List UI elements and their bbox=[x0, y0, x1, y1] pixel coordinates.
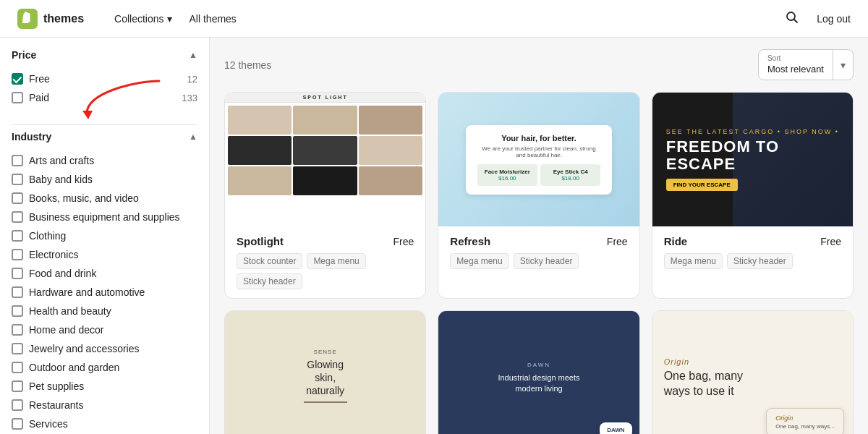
industry-arts-crafts-label: Arts and crafts bbox=[29, 155, 94, 166]
top-nav: Collections ▾ All themes bbox=[107, 9, 244, 29]
industry-food-drink-checkbox[interactable] bbox=[12, 268, 23, 279]
chevron-down-icon: ▾ bbox=[167, 13, 172, 25]
free-filter-row[interactable]: Free 12 bbox=[12, 69, 197, 88]
theme-price-spotlight: Free bbox=[393, 236, 414, 247]
theme-tags-refresh: Mega menuSticky header bbox=[450, 253, 627, 269]
industry-health-beauty-checkbox[interactable] bbox=[12, 305, 23, 317]
page-layout: Price ▲ Free 12 Paid 133 I bbox=[0, 38, 868, 434]
industry-jewelry-checkbox[interactable] bbox=[12, 343, 23, 354]
industry-pet-supplies-row[interactable]: Pet supplies bbox=[12, 377, 197, 396]
industry-food-drink-label: Food and drink bbox=[29, 268, 96, 279]
theme-card-body-spotlight: Spotlight Free Stock counterMega menuSti… bbox=[225, 226, 425, 298]
industry-services-checkbox[interactable] bbox=[12, 418, 23, 430]
industry-section-title: Industry bbox=[12, 131, 51, 142]
industry-business-equipment-row[interactable]: Business equipment and supplies bbox=[12, 208, 197, 226]
industry-jewelry-row[interactable]: Jewelry and accessories bbox=[12, 339, 197, 358]
theme-card-body-refresh: Refresh Free Mega menuSticky header bbox=[438, 226, 639, 278]
theme-card-sense[interactable]: SENSE Glowingskin,naturally Sense Free M… bbox=[224, 310, 426, 434]
price-chevron-icon: ▲ bbox=[189, 50, 197, 60]
theme-preview-origin: Origin One bag, manyways to use it Origi… bbox=[652, 311, 853, 434]
theme-card-refresh[interactable]: Your hair, for better. We are your trust… bbox=[438, 92, 639, 299]
industry-clothing-checkbox[interactable] bbox=[12, 230, 23, 242]
industry-arts-crafts-checkbox[interactable] bbox=[12, 155, 23, 166]
brand-name: themes bbox=[43, 12, 84, 25]
industry-books-music-video-checkbox[interactable] bbox=[12, 192, 23, 204]
industry-home-decor-row[interactable]: Home and decor bbox=[12, 320, 197, 339]
price-section-title: Price bbox=[12, 49, 36, 61]
svg-line-2 bbox=[794, 19, 798, 22]
sort-chevron-icon[interactable]: ▾ bbox=[833, 55, 853, 75]
industry-books-music-video-row[interactable]: Books, music, and video bbox=[12, 189, 197, 208]
industry-restaurants-label: Restaurants bbox=[29, 399, 83, 411]
industry-hardware-auto-row[interactable]: Hardware and automotive bbox=[12, 283, 197, 302]
theme-preview-spotlight: SPOT LIGHT bbox=[225, 93, 425, 226]
industry-electronics-checkbox[interactable] bbox=[12, 249, 23, 260]
industry-section-header[interactable]: Industry ▲ bbox=[12, 131, 197, 142]
industry-health-beauty-label: Health and beauty bbox=[29, 305, 111, 317]
industry-hardware-auto-checkbox[interactable] bbox=[12, 286, 23, 298]
industry-arts-crafts-row[interactable]: Arts and crafts bbox=[12, 151, 197, 170]
paid-filter-row[interactable]: Paid 133 bbox=[12, 88, 197, 107]
industry-outdoor-garden-row[interactable]: Outdoor and garden bbox=[12, 358, 197, 377]
free-checkbox[interactable] bbox=[12, 73, 23, 85]
theme-tag: Sticky header bbox=[237, 273, 302, 289]
industry-pet-supplies-checkbox[interactable] bbox=[12, 380, 23, 392]
all-themes-nav[interactable]: All themes bbox=[182, 9, 244, 29]
price-filter-section: Price ▲ Free 12 Paid 133 bbox=[0, 49, 209, 119]
paid-checkbox[interactable] bbox=[12, 92, 23, 103]
theme-preview-sense: SENSE Glowingskin,naturally bbox=[225, 311, 425, 434]
theme-tags-ride: Mega menuSticky header bbox=[664, 253, 841, 269]
sort-container[interactable]: Sort Most relevant ▾ bbox=[758, 49, 854, 80]
industry-outdoor-garden-checkbox[interactable] bbox=[12, 362, 23, 373]
sidebar: Price ▲ Free 12 Paid 133 I bbox=[0, 38, 210, 434]
theme-price-refresh: Free bbox=[607, 236, 628, 247]
industry-jewelry-label: Jewelry and accessories bbox=[29, 343, 140, 354]
paid-label: Paid bbox=[29, 92, 49, 103]
industry-books-music-video-label: Books, music, and video bbox=[29, 192, 139, 204]
theme-price-ride: Free bbox=[820, 236, 841, 247]
industry-pet-supplies-label: Pet supplies bbox=[29, 380, 84, 392]
industry-services-label: Services bbox=[29, 418, 68, 430]
theme-preview-dawn: DAWN Industrial design meetsmodern livin… bbox=[438, 311, 639, 434]
industry-food-drink-row[interactable]: Food and drink bbox=[12, 264, 197, 283]
theme-card-origin[interactable]: Origin One bag, manyways to use it Origi… bbox=[652, 310, 854, 434]
logout-button[interactable]: Log out bbox=[817, 13, 851, 25]
industry-clothing-label: Clothing bbox=[29, 230, 66, 242]
free-label: Free bbox=[29, 73, 50, 85]
theme-tag: Stock counter bbox=[237, 253, 302, 269]
industry-electronics-row[interactable]: Electronics bbox=[12, 245, 197, 264]
theme-tag: Sticky header bbox=[514, 253, 579, 269]
shopify-icon bbox=[17, 9, 38, 29]
theme-preview-ride: SEE THE LATEST CARGO • SHOP NOW • FREEDO… bbox=[652, 93, 853, 226]
sort-value: Most relevant bbox=[767, 64, 824, 75]
theme-tag: Mega menu bbox=[450, 253, 509, 269]
search-icon[interactable] bbox=[782, 7, 802, 30]
industry-business-equipment-checkbox[interactable] bbox=[12, 211, 23, 223]
industry-checkboxes-container: Arts and crafts Baby and kids Books, mus… bbox=[12, 151, 197, 434]
theme-card-dawn[interactable]: DAWN Industrial design meetsmodern livin… bbox=[438, 310, 639, 434]
brand-logo[interactable]: themes bbox=[17, 9, 84, 29]
industry-home-decor-label: Home and decor bbox=[29, 324, 104, 336]
industry-outdoor-garden-label: Outdoor and garden bbox=[29, 362, 119, 373]
theme-card-body-ride: Ride Free Mega menuSticky header bbox=[652, 226, 853, 278]
theme-tag: Sticky header bbox=[727, 253, 793, 269]
theme-preview-refresh: Your hair, for better. We are your trust… bbox=[438, 93, 639, 226]
collections-nav[interactable]: Collections ▾ bbox=[107, 9, 179, 29]
industry-home-decor-checkbox[interactable] bbox=[12, 324, 23, 336]
industry-services-row[interactable]: Services bbox=[12, 414, 197, 433]
theme-name-refresh: Refresh bbox=[450, 235, 490, 247]
price-industry-divider bbox=[12, 124, 197, 125]
theme-card-ride[interactable]: SEE THE LATEST CARGO • SHOP NOW • FREEDO… bbox=[652, 92, 854, 299]
free-count: 12 bbox=[187, 74, 197, 85]
price-section-header[interactable]: Price ▲ bbox=[12, 49, 197, 61]
main-header: themes Collections ▾ All themes Log out bbox=[0, 0, 868, 38]
industry-clothing-row[interactable]: Clothing bbox=[12, 226, 197, 245]
industry-restaurants-row[interactable]: Restaurants bbox=[12, 396, 197, 414]
industry-hardware-auto-label: Hardware and automotive bbox=[29, 286, 145, 298]
industry-health-beauty-row[interactable]: Health and beauty bbox=[12, 302, 197, 320]
theme-card-spotlight[interactable]: SPOT LIGHT Spotlight Free Stock counterM… bbox=[224, 92, 426, 299]
industry-baby-kids-checkbox[interactable] bbox=[12, 174, 23, 185]
industry-baby-kids-row[interactable]: Baby and kids bbox=[12, 170, 197, 189]
industry-electronics-label: Electronics bbox=[29, 249, 78, 260]
industry-restaurants-checkbox[interactable] bbox=[12, 399, 23, 411]
